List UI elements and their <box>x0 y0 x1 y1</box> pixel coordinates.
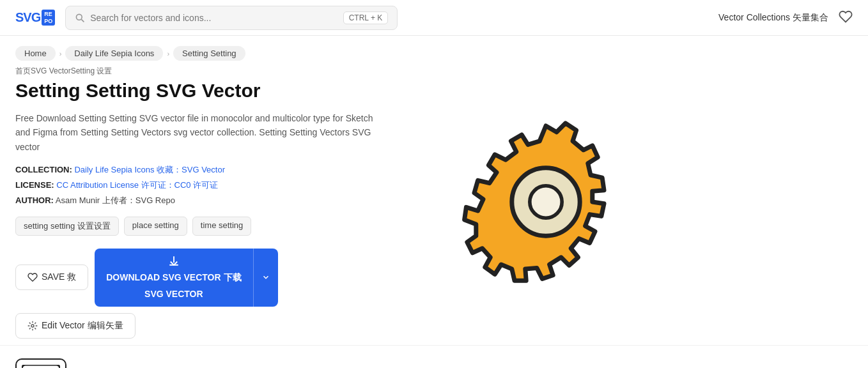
ad-section: D Design and Development tips in your in… <box>0 345 868 368</box>
tag-time-setting[interactable]: time setting <box>192 217 251 236</box>
search-icon <box>75 13 85 23</box>
author-label: AUTHOR: <box>15 195 54 205</box>
svg-line-1 <box>82 19 84 22</box>
actions: SAVE 救 DOWNLOAD SVG VECTOR 下载 SVG VECTOR <box>15 249 386 338</box>
chinese-subtitle: 首页SVG VectorSetting 设置 <box>15 66 386 77</box>
svg-point-0 <box>77 14 82 20</box>
breadcrumb-home[interactable]: Home <box>15 46 56 61</box>
main-content: 首页SVG VectorSetting 设置 Setting Setting S… <box>0 66 868 339</box>
content-left: 首页SVG VectorSetting 设置 Setting Setting S… <box>15 66 386 339</box>
breadcrumb-sep-2: › <box>167 50 169 57</box>
logo-svg-text: SVG <box>15 10 40 25</box>
collection-label: COLLECTION: <box>15 165 72 174</box>
license-value[interactable]: CC Attribution License 许可证：CC0 许可证 <box>56 180 218 190</box>
vector-collections-link[interactable]: Vector Collections 矢量集合 <box>718 12 828 24</box>
save-label: SAVE 救 <box>42 272 76 283</box>
meta-author: AUTHOR: Asam Munir 上传者：SVG Repo <box>15 195 386 206</box>
breadcrumb: Home › Daily Life Sepia Icons › Setting … <box>0 36 868 66</box>
page-title: Setting Setting SVG Vector <box>15 79 386 102</box>
search-input[interactable] <box>90 13 337 23</box>
tag-setting-setting[interactable]: setting setting 设置设置 <box>15 217 119 236</box>
header-right: Vector Collections 矢量集合 <box>718 10 853 26</box>
heart-save-icon <box>27 272 38 282</box>
edit-label: Edit Vector 编辑矢量 <box>42 320 123 332</box>
svg-point-3 <box>31 325 34 327</box>
svg-point-5 <box>530 186 562 218</box>
header: SVG REPO CTRL + K Vector Collections 矢量集… <box>0 0 868 36</box>
download-button[interactable]: DOWNLOAD SVG VECTOR 下载 SVG VECTOR <box>95 249 277 306</box>
edit-icon <box>27 321 38 331</box>
collection-value[interactable]: Daily Life Sepia Icons 收藏：SVG Vector <box>74 165 225 174</box>
meta-collection: COLLECTION: Daily Life Sepia Icons 收藏：SV… <box>15 164 386 176</box>
logo-badge: REPO <box>42 10 55 26</box>
save-button[interactable]: SAVE 救 <box>15 264 88 290</box>
logo[interactable]: SVG REPO <box>15 10 55 26</box>
svg-preview-area <box>412 66 680 339</box>
edit-vector-button[interactable]: Edit Vector 编辑矢量 <box>15 313 136 339</box>
download-main: DOWNLOAD SVG VECTOR 下载 SVG VECTOR <box>95 249 252 306</box>
meta-license: LICENSE: CC Attribution License 许可证：CC0 … <box>15 180 386 191</box>
breadcrumb-current[interactable]: Setting Setting <box>173 46 245 61</box>
download-label-line1: DOWNLOAD SVG VECTOR 下载 <box>106 272 241 283</box>
keyboard-shortcut: CTRL + K <box>343 12 389 24</box>
ad-logo: D <box>15 358 66 368</box>
chevron-down-icon <box>261 273 270 282</box>
download-label-line2: SVG VECTOR <box>144 288 203 300</box>
favorite-icon[interactable] <box>839 10 853 26</box>
description: Free Download Setting Setting SVG vector… <box>15 111 386 154</box>
search-bar[interactable]: CTRL + K <box>65 6 398 30</box>
tags-container: setting setting 设置设置 place setting time … <box>15 217 386 236</box>
breadcrumb-sep-1: › <box>59 50 62 57</box>
ad-logo-icon: D <box>22 365 60 368</box>
license-label: LICENSE: <box>15 180 54 190</box>
breadcrumb-collection[interactable]: Daily Life Sepia Icons <box>65 46 163 61</box>
tag-place-setting[interactable]: place setting <box>124 217 187 236</box>
gear-svg-preview <box>456 112 635 291</box>
download-dropdown-arrow[interactable] <box>253 249 278 306</box>
author-value: Asam Munir 上传者：SVG Repo <box>56 195 175 205</box>
download-icon <box>168 255 180 266</box>
